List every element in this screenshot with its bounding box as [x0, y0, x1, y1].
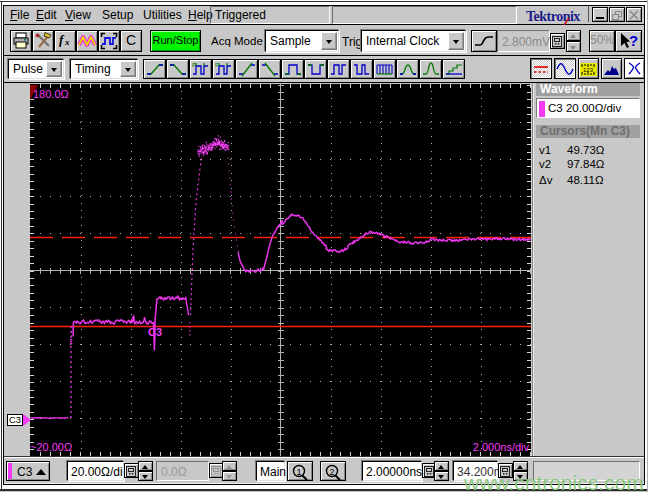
svg-text:2: 2	[330, 467, 335, 477]
svg-text:C3: C3	[148, 326, 162, 338]
svg-text:?: ?	[629, 32, 638, 49]
svg-text:2.000ns/div: 2.000ns/div	[473, 441, 530, 453]
svg-text:F: F	[215, 62, 219, 68]
svg-text:P: P	[192, 62, 196, 68]
svg-text:180.0Ω: 180.0Ω	[33, 88, 69, 100]
svg-text:1: 1	[297, 467, 302, 477]
svg-text:123: 123	[583, 67, 594, 73]
svg-text:~20.00Ω: ~20.00Ω	[30, 441, 72, 453]
